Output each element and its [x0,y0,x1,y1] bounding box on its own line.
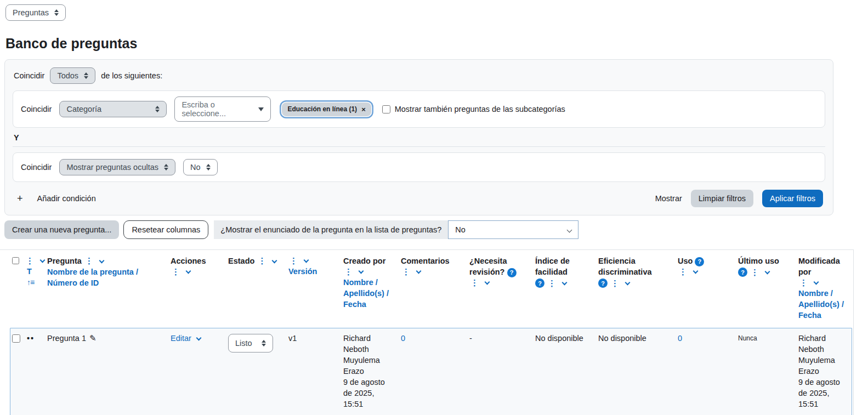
select-arrows-icon [206,164,211,170]
condition-label: Coincidir [21,105,52,113]
chevron-down-icon[interactable] [485,280,490,285]
chevron-down-icon[interactable] [765,269,770,275]
header-status-label: Estado [228,257,254,265]
sort-last-name-link[interactable]: Apellido(s) / [343,288,396,299]
hidden-questions-select[interactable]: Mostrar preguntas ocultas [59,159,175,175]
created-by-name: Richard Neboth Muyulema Erazo [343,333,395,377]
sort-by-type-link[interactable]: T [12,266,43,277]
subcategories-checkbox[interactable] [382,105,390,113]
help-icon[interactable] [535,278,544,288]
chip-remove-icon[interactable]: × [361,105,366,113]
modified-by-name: Richard Neboth Muyulema Erazo [798,333,845,377]
column-menu-icon[interactable] [25,257,35,265]
column-menu-icon[interactable] [798,278,809,287]
column-menu-icon[interactable] [610,279,620,287]
apply-filters-button[interactable]: Aplicar filtros [762,190,823,207]
column-menu-icon[interactable] [678,268,688,276]
select-all-checkbox[interactable] [12,257,19,265]
sort-mod-first-name-link[interactable]: Nombre / [798,288,846,299]
last-used-cell: Nunca [738,333,798,344]
column-menu-icon[interactable] [401,268,411,276]
edit-name-pencil-icon[interactable] [89,333,97,343]
category-chip[interactable]: Educación en línea (1) × [282,103,371,116]
help-icon[interactable] [507,268,517,277]
column-menu-icon[interactable] [84,257,94,265]
usage-count-link[interactable]: 0 [678,334,682,343]
header-usage-label: Uso [678,257,693,265]
chevron-down-icon[interactable] [693,269,699,274]
question-text-display-label: ¿Mostrar el enunciado de la pregunta en … [214,220,448,239]
chevron-down-icon[interactable] [625,280,631,286]
question-text-display-select[interactable]: No [448,220,578,239]
header-last-used-label: Último uso [738,257,779,265]
chevron-down-icon[interactable] [40,258,46,263]
chevron-down-icon[interactable] [416,269,422,274]
filter-condition-hidden: Coincidir Mostrar preguntas ocultas No [13,152,825,182]
filter-panel-footer: Añadir condición Mostrar Limpiar filtros… [13,182,825,207]
clear-filters-button[interactable]: Limpiar filtros [691,190,753,207]
create-question-button[interactable]: Crear una nueva pregunta... [4,220,119,239]
column-menu-icon[interactable] [343,268,354,276]
question-text-display-value: No [455,225,466,234]
sort-id-number-link[interactable]: Número de ID [47,277,166,288]
question-type-icon: •• [27,333,35,344]
chevron-down-icon[interactable] [196,336,201,341]
question-bank-toolbar: Crear una nueva pregunta... Resetear col… [4,220,868,239]
help-icon[interactable] [738,268,747,277]
column-menu-icon[interactable] [547,279,557,287]
column-menu-icon[interactable] [469,278,480,287]
match-type-value: Todos [57,71,78,80]
reset-columns-button[interactable]: Resetear columnas [123,220,208,239]
edit-action-link[interactable]: Editar [171,334,191,343]
hidden-questions-answer-value: No [190,163,201,172]
sort-amount-icon[interactable] [27,278,34,287]
select-arrows-icon [84,72,88,79]
condition-type-select[interactable]: Categoría [59,101,167,117]
header-facility-index-label: Índice de facilidad [535,257,570,276]
sort-date-link[interactable]: Fecha [343,299,396,310]
status-value: Listo [235,338,252,349]
chevron-down-icon[interactable] [272,258,277,264]
header-usage: Uso [678,255,738,277]
chevron-down-icon[interactable] [562,280,568,286]
row-checkbox[interactable] [12,334,20,343]
sort-version-link[interactable]: Versión [288,266,339,277]
chevron-down-icon[interactable] [99,258,104,264]
header-actions: Acciones [171,255,228,277]
column-menu-icon[interactable] [171,268,181,276]
condition-type-value: Categoría [66,105,101,113]
sort-mod-date-link[interactable]: Fecha [798,310,846,321]
chevron-down-icon[interactable] [814,280,819,285]
match-type-select[interactable]: Todos [50,67,95,84]
help-icon[interactable] [598,278,608,288]
sort-mod-last-name-link[interactable]: Apellido(s) / [798,299,846,310]
column-menu-icon[interactable] [750,268,760,276]
chevron-down-icon[interactable] [359,269,364,274]
show-toggle[interactable]: Mostrar [655,194,682,203]
header-modified-by: Modificada por Nombre / Apellido(s) / Fe… [798,255,850,321]
column-menu-icon[interactable] [257,257,267,265]
hidden-questions-answer-select[interactable]: No [183,159,218,175]
question-table: T Pregunta Nombre de la pregunta / Númer… [0,249,854,415]
header-needs-checking: ¿Necesita revisión? [469,255,535,288]
question-bank-nav-select[interactable]: Preguntas [5,4,66,21]
header-question: Pregunta Nombre de la pregunta / Número … [47,255,171,288]
question-name: Pregunta 1 [47,334,86,343]
status-select[interactable]: Listo [228,334,273,353]
chevron-down-icon[interactable] [304,258,309,263]
subcategories-label-text: Mostrar también preguntas de las subcate… [395,105,565,113]
select-arrows-icon [155,106,160,112]
header-created-by: Creado por Nombre / Apellido(s) / Fecha [343,255,401,310]
category-search-combobox[interactable]: Escriba o seleccione... [174,96,271,122]
add-condition-button[interactable]: Añadir condición [17,193,96,204]
header-status: Estado [228,255,288,266]
help-icon[interactable] [695,257,704,266]
column-menu-icon[interactable] [288,257,299,265]
header-discriminative-efficiency: Eficiencia discriminativa [598,255,678,289]
subcategories-checkbox-label[interactable]: Mostrar también preguntas de las subcate… [382,105,565,113]
comments-count-link[interactable]: 0 [401,334,405,343]
sort-first-name-link[interactable]: Nombre / [343,277,396,288]
match-row: Coincidir Todos de los siguientes: [13,66,825,90]
sort-question-name-link[interactable]: Nombre de la pregunta / [47,266,166,277]
chevron-down-icon[interactable] [186,269,191,274]
